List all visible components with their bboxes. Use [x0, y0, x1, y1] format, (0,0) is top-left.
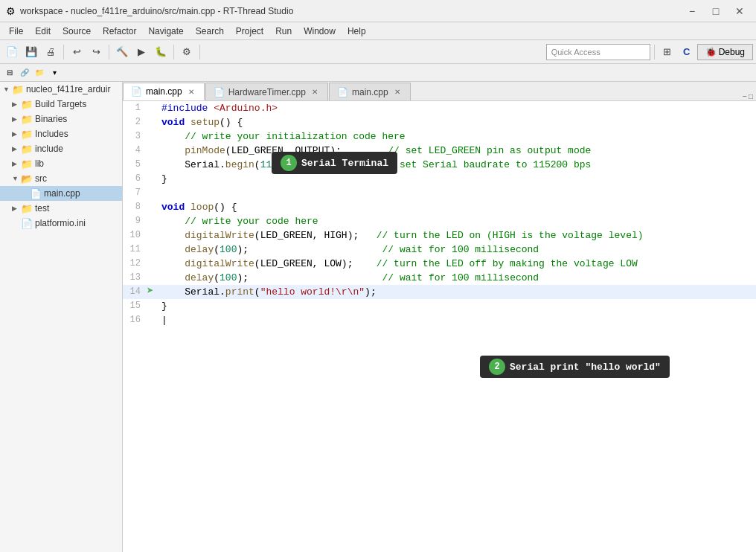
- line-content: |: [158, 313, 167, 327]
- maximize-button[interactable]: □: [705, 4, 726, 19]
- titlebar: ⚙ workspace - nucleo_f411re_arduino/src/…: [0, 0, 756, 22]
- sidebar-item-build-targets[interactable]: ▶ 📁 Build Targets: [0, 97, 122, 112]
- tab-maximize-button[interactable]: □: [749, 92, 753, 100]
- tab-label: main.cpp: [146, 86, 182, 97]
- separator-5: [654, 45, 655, 60]
- sidebar-item-root[interactable]: ▼ 📁 nucleo_f411re_arduir: [0, 82, 122, 97]
- link-editor-button[interactable]: 🔗: [18, 66, 31, 80]
- line-number: 3: [123, 129, 147, 144]
- menubar-item-navigate[interactable]: Navigate: [142, 22, 189, 39]
- arrow-marker: [147, 129, 158, 144]
- line-number: 15: [123, 299, 147, 313]
- tab-label: HardwareTimer.cpp: [228, 87, 306, 97]
- menubar-item-edit[interactable]: Edit: [29, 22, 57, 39]
- sidebar-label: include: [35, 144, 63, 154]
- sidebar-item-src[interactable]: ▼ 📂 src: [0, 171, 122, 186]
- tab-minimize-button[interactable]: −: [743, 92, 747, 100]
- tab-icon: 📄: [337, 87, 348, 97]
- code-line-3: 3 // write your initialization code here: [123, 129, 756, 144]
- line-content: pinMode(LED_GREEN, OUTPUT); // set LED_G…: [158, 144, 591, 158]
- sidebar-item-include[interactable]: ▶ 📁 include: [0, 141, 122, 156]
- sidebar-root-label: nucleo_f411re_arduir: [26, 84, 110, 94]
- expand-arrow: ▶: [12, 145, 19, 153]
- line-number: 2: [123, 115, 147, 129]
- tab-maincpp-1[interactable]: 📄 main.cpp ✕: [123, 83, 205, 100]
- settings-button[interactable]: ⚙: [178, 43, 196, 61]
- menubar-item-search[interactable]: Search: [190, 22, 230, 39]
- window-controls: − □ ✕: [682, 4, 750, 19]
- code-line-6: 6 }: [123, 172, 756, 186]
- line-number: 8: [123, 200, 147, 214]
- sidebar-item-platformio[interactable]: 📄 platformio.ini: [0, 216, 122, 231]
- line-number: 14: [123, 285, 147, 299]
- tab-hardwaretimer[interactable]: 📄 HardwareTimer.cpp ✕: [205, 83, 328, 100]
- sidebar-item-includes[interactable]: ▶ 📁 Includes: [0, 126, 122, 141]
- tooltip-text: Serial print "hello world": [510, 360, 661, 374]
- main-layout: ▼ 📁 nucleo_f411re_arduir ▶ 📁 Build Targe…: [0, 82, 756, 552]
- line-content: digitalWrite(LED_GREEN, LOW); // turn th…: [158, 257, 638, 271]
- code-line-16: 16 |: [123, 313, 756, 327]
- run-button[interactable]: ▶: [132, 43, 150, 61]
- menubar-item-window[interactable]: Window: [298, 22, 342, 39]
- tab-icon: 📄: [131, 86, 142, 97]
- arrow-marker: [147, 200, 158, 214]
- folder-icon: 📁: [21, 158, 33, 170]
- line-number: 16: [123, 313, 147, 327]
- new-button[interactable]: 📄: [3, 43, 21, 61]
- folder-icon: 📁: [21, 114, 33, 125]
- tab-close-button[interactable]: ✕: [310, 87, 320, 97]
- tab-close-button[interactable]: ✕: [186, 86, 196, 97]
- new-project-button[interactable]: 📁: [33, 66, 46, 80]
- quick-access-label: Quick Access: [551, 48, 600, 57]
- tab-controls: − □: [740, 92, 756, 100]
- menubar-item-run[interactable]: Run: [269, 22, 298, 39]
- sidebar-item-binaries[interactable]: ▶ 📁 Binaries: [0, 112, 122, 126]
- code-editor[interactable]: 1 Serial Terminal 2 Serial print "hello …: [123, 101, 756, 552]
- line-content: void setup() {: [158, 115, 243, 129]
- build-button[interactable]: 🔨: [113, 43, 131, 61]
- secondary-toolbar: ⊟ 🔗 📁 ▾: [0, 64, 756, 82]
- sidebar-item-test[interactable]: ▶ 📁 test: [0, 201, 122, 216]
- menubar-item-source[interactable]: Source: [57, 22, 97, 39]
- menubar-item-file[interactable]: File: [3, 22, 29, 39]
- menubar-item-refactor[interactable]: Refactor: [97, 22, 142, 39]
- undo-button[interactable]: ↩: [68, 43, 86, 61]
- save-button[interactable]: 💾: [22, 43, 40, 61]
- line-content: Serial.begin(115200); // set Serial baud…: [158, 158, 591, 172]
- sidebar-item-maincpp[interactable]: 📄 main.cpp: [0, 186, 122, 201]
- debug-run-button[interactable]: 🐛: [152, 43, 170, 61]
- line-number: 10: [123, 228, 147, 243]
- sidebar-label: platformio.ini: [35, 218, 86, 228]
- minimize-button[interactable]: −: [682, 4, 702, 19]
- redo-button[interactable]: ↪: [87, 43, 105, 61]
- debug-icon: 🐞: [705, 47, 717, 57]
- menubar-item-project[interactable]: Project: [230, 22, 269, 39]
- arrow-marker: [147, 101, 158, 115]
- code-line-11: 11 delay(100); // wait for 100 milliseco…: [123, 243, 756, 257]
- line-content: delay(100); // wait for 100 millisecond: [158, 271, 539, 285]
- sidebar-item-lib[interactable]: ▶ 📁 lib: [0, 156, 122, 171]
- arrow-marker: [147, 313, 158, 327]
- tab-maincpp-2[interactable]: 📄 main.cpp ✕: [329, 83, 411, 100]
- arrow-marker: [147, 243, 158, 257]
- code-line-13: 13 delay(100); // wait for 100 milliseco…: [123, 271, 756, 285]
- print-button[interactable]: 🖨: [42, 43, 60, 61]
- sidebar-menu-button[interactable]: ▾: [48, 66, 61, 80]
- debug-button[interactable]: 🐞 Debug: [697, 44, 753, 60]
- collapse-all-button[interactable]: ⊟: [3, 66, 16, 80]
- menubar: FileEditSourceRefactorNavigateSearchProj…: [0, 22, 756, 40]
- app-icon: ⚙: [6, 5, 16, 17]
- debug-label: Debug: [719, 47, 745, 57]
- sidebar-label: Build Targets: [35, 99, 86, 109]
- tab-close-button[interactable]: ✕: [392, 87, 403, 97]
- perspective-button[interactable]: ⊞: [659, 43, 676, 61]
- menubar-item-help[interactable]: Help: [342, 22, 372, 39]
- close-button[interactable]: ✕: [729, 4, 750, 19]
- title-text: workspace - nucleo_f411re_arduino/src/ma…: [20, 6, 682, 16]
- editor-area: 📄 main.cpp ✕ 📄 HardwareTimer.cpp ✕ 📄 mai…: [123, 82, 756, 552]
- sidebar-label: src: [35, 173, 47, 184]
- line-number: 11: [123, 243, 147, 257]
- quick-access-box[interactable]: Quick Access: [546, 44, 650, 60]
- arrow-marker: [147, 271, 158, 285]
- c-button[interactable]: C: [678, 43, 696, 61]
